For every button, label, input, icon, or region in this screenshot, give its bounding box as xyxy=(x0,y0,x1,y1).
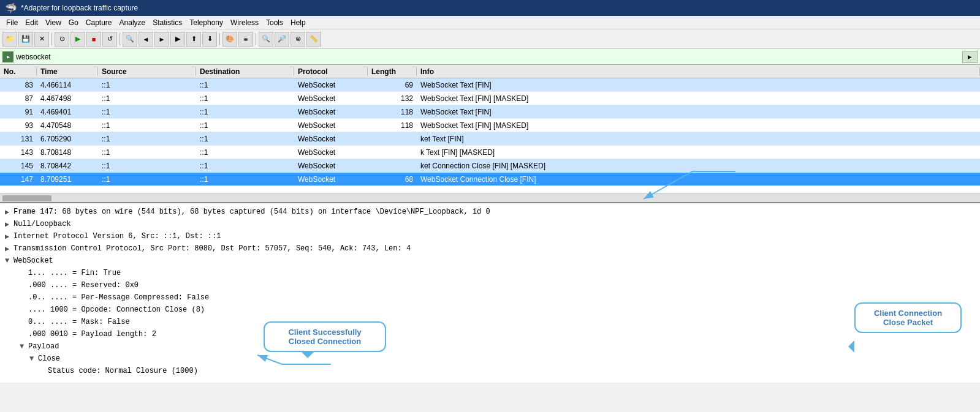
menu-item-edit[interactable]: Edit xyxy=(21,17,42,28)
col-header-info: Info xyxy=(417,67,980,76)
toolbar-find-packet[interactable]: 🔍 xyxy=(123,32,137,47)
detail-row[interactable]: .0.. .... = Per-Message Compressed: Fals… xyxy=(0,291,980,304)
toolbar-zoom-out[interactable]: 🔎 xyxy=(275,32,289,47)
toolbar-go-to-first[interactable]: ⬆ xyxy=(186,32,201,47)
toolbar-go-to-last[interactable]: ⬇ xyxy=(202,32,217,47)
detail-rows-container: ▶ Frame 147: 68 bytes on wire (544 bits)… xyxy=(0,206,980,377)
toolbar-capture-options[interactable]: ⊙ xyxy=(55,32,69,47)
detail-row[interactable]: ▼ Close xyxy=(0,353,980,365)
h-scrollbar-thumb[interactable] xyxy=(2,195,51,201)
col-header-no: No. xyxy=(0,67,37,76)
toolbar-open[interactable]: 📁 xyxy=(2,32,17,47)
title-text: *Adapter for loopback traffic capture xyxy=(21,4,138,12)
toolbar-go-to-packet[interactable]: ▶ xyxy=(170,32,185,47)
detail-row[interactable]: ▼ WebSocket xyxy=(0,255,980,267)
menu-item-analyze[interactable]: Analyze xyxy=(116,17,150,28)
toolbar: 📁 💾 ✕ ⊙ ▶ ■ ↺ 🔍 ◄ ► ▶ ⬆ ⬇ 🎨 ≡ 🔍 🔎 ⊜ 📏 xyxy=(0,29,980,49)
col-header-protocol: Protocol xyxy=(294,67,368,76)
detail-row[interactable]: ▶ Frame 147: 68 bytes on wire (544 bits)… xyxy=(0,206,980,218)
menu-item-file[interactable]: File xyxy=(2,17,21,28)
title-bar: 🦈 *Adapter for loopback traffic capture xyxy=(0,0,980,16)
detail-row[interactable]: 0... .... = Mask: False xyxy=(0,316,980,328)
toolbar-save[interactable]: 💾 xyxy=(18,32,33,47)
menu-item-capture[interactable]: Capture xyxy=(82,17,116,28)
toolbar-colorize[interactable]: 🎨 xyxy=(222,32,237,47)
menu-item-telephony[interactable]: Telephony xyxy=(186,17,227,28)
filter-apply-button[interactable]: ▸ xyxy=(962,51,978,63)
app-icon: 🦈 xyxy=(5,2,17,14)
toolbar-zoom-normal[interactable]: ⊜ xyxy=(291,32,305,47)
toolbar-zoom-in[interactable]: 🔍 xyxy=(259,32,273,47)
toolbar-close[interactable]: ✕ xyxy=(34,32,49,47)
col-header-source: Source xyxy=(98,67,196,76)
table-row[interactable]: 1478.709251::1::1WebSocket68WebSocket Co… xyxy=(0,173,980,186)
toolbar-start-capture[interactable]: ▶ xyxy=(70,32,85,47)
toolbar-stop-capture[interactable]: ■ xyxy=(86,32,101,47)
details-pane: ▶ Frame 147: 68 bytes on wire (544 bits)… xyxy=(0,202,980,383)
detail-row[interactable]: ▼ Payload xyxy=(0,340,980,353)
packet-list: No. Time Source Destination Protocol Len… xyxy=(0,65,980,193)
packet-header: No. Time Source Destination Protocol Len… xyxy=(0,65,980,78)
table-row[interactable]: 1458.708442::1::1WebSocketket Connection… xyxy=(0,159,980,173)
toolbar-go-forward[interactable]: ► xyxy=(154,32,169,47)
detail-row[interactable]: Status code: Normal Closure (1000) xyxy=(0,365,980,377)
detail-row[interactable]: .000 .... = Reserved: 0x0 xyxy=(0,279,980,291)
table-row[interactable]: 874.467498::1::1WebSocket132WebSocket Te… xyxy=(0,92,980,105)
table-row[interactable]: 934.470548::1::1WebSocket118WebSocket Te… xyxy=(0,119,980,132)
table-row[interactable]: 1438.708148::1::1WebSocketk Text [FIN] [… xyxy=(0,146,980,159)
col-header-time: Time xyxy=(37,67,98,76)
menu-item-statistics[interactable]: Statistics xyxy=(149,17,186,28)
toolbar-auto-scroll[interactable]: ≡ xyxy=(238,32,253,47)
table-row[interactable]: 914.469401::1::1WebSocket118WebSocket Te… xyxy=(0,105,980,119)
menu-item-help[interactable]: Help xyxy=(287,17,310,28)
menu-item-go[interactable]: Go xyxy=(65,17,82,28)
toolbar-resize-columns[interactable]: 📏 xyxy=(306,32,321,47)
detail-row[interactable]: ▶ Null/Loopback xyxy=(0,218,980,230)
detail-row[interactable]: 1... .... = Fin: True xyxy=(0,267,980,279)
h-scrollbar[interactable] xyxy=(0,193,980,202)
toolbar-go-back[interactable]: ◄ xyxy=(139,32,153,47)
menu-bar: FileEditViewGoCaptureAnalyzeStatisticsTe… xyxy=(0,16,980,29)
menu-item-view[interactable]: View xyxy=(42,17,65,28)
col-header-destination: Destination xyxy=(196,67,294,76)
detail-row[interactable]: ▶ Internet Protocol Version 6, Src: ::1,… xyxy=(0,230,980,242)
table-row[interactable]: 834.466114::1::1WebSocket69WebSocket Tex… xyxy=(0,78,980,92)
col-header-length: Length xyxy=(368,67,417,76)
menu-item-tools[interactable]: Tools xyxy=(262,17,287,28)
packet-rows-container: 834.466114::1::1WebSocket69WebSocket Tex… xyxy=(0,78,980,186)
table-row[interactable]: 1316.705290::1::1WebSocketket Text [FIN] xyxy=(0,132,980,146)
menu-item-wireless[interactable]: Wireless xyxy=(227,17,262,28)
filter-bar: ▸ ▸ xyxy=(0,49,980,65)
detail-row[interactable]: .... 1000 = Opcode: Connection Close (8) xyxy=(0,304,980,316)
detail-row[interactable]: ▶ Transmission Control Protocol, Src Por… xyxy=(0,242,980,255)
toolbar-restart-capture[interactable]: ↺ xyxy=(102,32,117,47)
filter-input[interactable] xyxy=(16,53,960,61)
filter-icon: ▸ xyxy=(2,51,13,62)
detail-row[interactable]: .000 0010 = Payload length: 2 xyxy=(0,328,980,340)
